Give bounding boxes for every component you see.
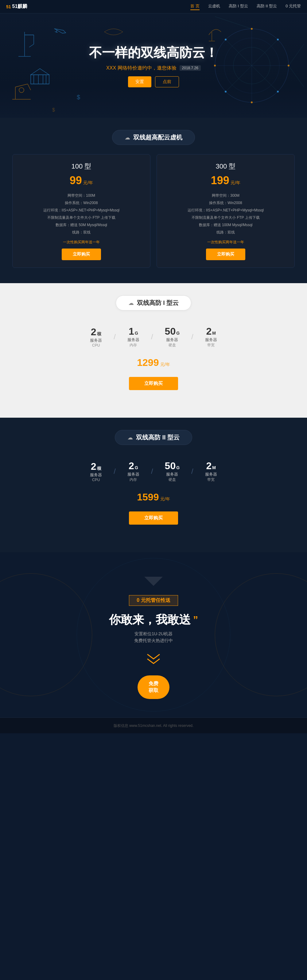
vm-card-100-price-row: 99 元/年 xyxy=(20,174,143,187)
hero-date: 2018.7.26 xyxy=(180,65,201,71)
type1-cpu-unit: 核 xyxy=(97,331,101,337)
type2-divider-2: / xyxy=(149,467,156,476)
type1-cpu-label1: 服务器 xyxy=(90,338,102,343)
type2-spec-mem: 2 G 服务器 内存 xyxy=(118,460,149,482)
type1-spec-disk: 50 G 服务器 硬盘 xyxy=(156,326,189,348)
hosting-title: 你敢来，我敢送 ” xyxy=(0,612,307,628)
nav-link-type1[interactable]: 高防 I 型云 xyxy=(229,3,248,10)
type1-btn-wrap: 立即购买 xyxy=(0,374,307,399)
hero-btn1[interactable]: 安置 xyxy=(128,76,151,88)
vm-card-300-price: 199 xyxy=(211,174,229,187)
vm-card-300-buy-button[interactable]: 立即购买 xyxy=(206,248,245,260)
svg-line-6 xyxy=(225,40,278,92)
type1-spec-mem: 1 G 服务器 内存 xyxy=(118,326,149,348)
footer-text: 版权信息 www.51mcshan.net. All rights reserv… xyxy=(114,724,194,728)
vm-card-300-price-row: 199 元/年 xyxy=(164,174,287,187)
hosting-title-text: 你敢来，我敢送 xyxy=(109,612,191,628)
type1-mem-num: 1 xyxy=(129,326,134,337)
vm-card-300-type: 300 型 xyxy=(164,162,287,171)
type1-cloud-icon: ☁ xyxy=(128,300,134,307)
hero-section: $ $ 不一样的双线高防云！ XXX 网络特价邀约中，邀您体验 2018.7.2… xyxy=(0,13,307,118)
type1-buy-button[interactable]: 立即购买 xyxy=(129,377,178,390)
type1-divider-1: / xyxy=(111,332,118,341)
type1-unit: 元/年 xyxy=(160,362,170,367)
hosting-free-button[interactable]: 免费 获取 xyxy=(138,675,169,699)
type2-btn-wrap: 立即购买 xyxy=(0,509,307,534)
nav-links: 首 页 云虚机 高防 I 型云 高防 II 型云 0 元托管 xyxy=(190,3,301,10)
nav-link-home[interactable]: 首 页 xyxy=(190,3,200,10)
type1-bw-label2: 带宽 xyxy=(205,343,217,348)
svg-line-37 xyxy=(56,30,57,32)
vm-card-300-detail-1: 网带空间：300M xyxy=(164,192,287,199)
vm-card-100-detail-3: 运行环境：IIS+ASP+.NET+PHP+Mysql+Mssql xyxy=(20,207,143,214)
vm-card-300: 300 型 199 元/年 网带空间：300M 操作系统：Win2008 运行环… xyxy=(157,154,295,268)
hero-buttons: 安置 点前 xyxy=(89,76,218,88)
type1-cpu-num: 2 xyxy=(91,326,96,338)
type1-spec-cpu: 2 核 服务器 CPU xyxy=(81,326,111,347)
svg-text:$: $ xyxy=(52,107,55,113)
type2-title: 双线高防 II 型云 xyxy=(136,433,180,442)
hero-content: 不一样的双线高防云！ XXX 网络特价邀约中，邀您体验 2018.7.26 安置… xyxy=(89,44,218,88)
hosting-quote-mark: ” xyxy=(193,614,198,625)
type1-price-row: 1299 元/年 xyxy=(0,351,307,374)
vm-card-300-detail-6: 线路：双线 xyxy=(164,229,287,236)
nav-link-type2[interactable]: 高防 II 型云 xyxy=(257,3,277,10)
type2-price: 1599 xyxy=(137,492,159,503)
type1-cpu-label2: CPU xyxy=(90,343,102,347)
vm-card-100-detail-4: 不限制流量及单个文件大小 FTP 上传下载 xyxy=(20,214,143,221)
type1-title-box: ☁ 双线高防 I 型云 xyxy=(116,296,192,310)
hosting-triangle-indicator xyxy=(144,577,163,586)
type1-spec-cpu-num-row: 2 核 xyxy=(90,326,102,338)
type2-specs-row: 2 核 服务器 CPU / 2 G 服务器 内存 / 50 G 服务器 硬盘 / xyxy=(0,454,307,485)
type1-divider-3: / xyxy=(189,332,196,341)
svg-point-14 xyxy=(225,91,227,92)
chevron-svg xyxy=(146,653,161,665)
type2-cloud-icon: ☁ xyxy=(127,434,133,441)
type1-bw-label1: 服务器 xyxy=(205,337,217,343)
svg-line-24 xyxy=(29,44,34,47)
svg-point-7 xyxy=(251,28,253,30)
svg-line-16 xyxy=(289,44,304,65)
type2-price-row: 1599 元/年 xyxy=(0,485,307,509)
vm-card-300-detail-4: 不限制流量及单个文件大小 FTP 上传下载 xyxy=(164,214,287,221)
logo-text: 51麒麟 xyxy=(12,3,28,10)
type2-mem-label1: 服务器 xyxy=(127,472,139,477)
svg-line-34 xyxy=(15,84,28,87)
type1-disk-label1: 服务器 xyxy=(165,337,180,343)
vm-card-300-promo: 一次性购买两年送一年 xyxy=(164,240,287,245)
type2-disk-label2: 硬盘 xyxy=(165,477,180,482)
hero-btn2[interactable]: 点前 xyxy=(155,76,179,88)
type2-buy-button[interactable]: 立即购买 xyxy=(129,511,178,525)
vm-section-title-box: ☁ 双线超高配云虚机 xyxy=(112,130,195,145)
svg-text:$: $ xyxy=(77,94,80,100)
vm-card-100-btn-wrap: 立即购买 xyxy=(20,248,143,260)
type1-specs-row: 2 核 服务器 CPU / 1 G 服务器 内存 / 50 G 服务器 硬盘 / xyxy=(0,320,307,351)
type2-spec-bw: 2 M 服务器 带宽 xyxy=(196,460,226,482)
vm-card-100-detail-1: 网带空间：100M xyxy=(20,192,143,199)
type1-bw-num: 2 xyxy=(206,326,212,337)
vm-card-100-promo: 一次性购买两年送一年 xyxy=(20,240,143,245)
svg-line-38 xyxy=(55,32,58,32)
hosting-chevrons xyxy=(0,653,307,666)
vm-card-100-detail-6: 线路：双线 xyxy=(20,229,143,236)
type1-disk-unit: G xyxy=(176,331,180,336)
vm-card-100-unit: 元/年 xyxy=(83,180,93,185)
nav-logo: 51 51麒麟 xyxy=(6,3,27,10)
hosting-sub2: 免费托管火热进行中 xyxy=(0,638,307,644)
type2-spec-disk: 50 G 服务器 硬盘 xyxy=(156,460,189,482)
type1-divider-2: / xyxy=(149,332,156,341)
nav-link-hosting[interactable]: 0 元托管 xyxy=(286,3,301,10)
nav-link-vm[interactable]: 云虚机 xyxy=(208,3,220,10)
vm-card-100-buy-button[interactable]: 立即购买 xyxy=(62,248,101,260)
type2-disk-label1: 服务器 xyxy=(165,472,180,477)
vm-cloud-icon: ☁ xyxy=(125,134,130,141)
vm-card-100-price: 99 xyxy=(70,174,82,187)
hosting-free-btn-line1: 免费 xyxy=(149,680,158,687)
vm-cards-grid: 100 型 99 元/年 网带空间：100M 操作系统：Win2008 运行环境… xyxy=(0,154,307,268)
type2-mem-unit: G xyxy=(135,465,138,470)
type1-spec-disk-num-row: 50 G xyxy=(165,326,180,337)
svg-line-15 xyxy=(215,16,252,29)
vm-card-100-type: 100 型 xyxy=(20,162,143,171)
svg-point-36 xyxy=(19,88,24,92)
vm-card-300-detail-3: 运行环境：IIS+ASP+.NET+PHP+Mysql+Mssql xyxy=(164,207,287,214)
